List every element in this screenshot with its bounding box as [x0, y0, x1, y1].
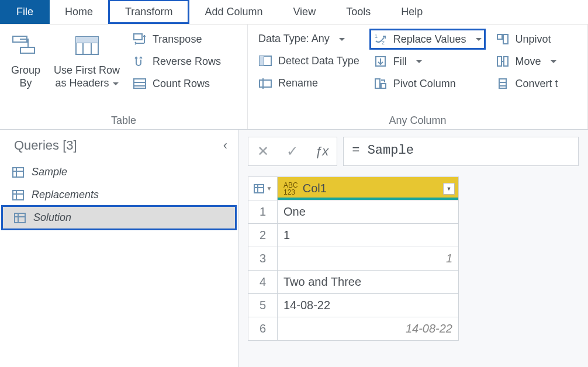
grid-corner[interactable]: ▼: [248, 177, 278, 200]
formula-bar: ✕ ✓ ƒx = Sample: [248, 137, 579, 166]
data-type-label: Data Type: Any: [258, 33, 330, 45]
convert-icon: [496, 77, 510, 90]
row-number[interactable]: 2: [248, 224, 278, 247]
fill-label: Fill: [393, 56, 407, 68]
unpivot-button[interactable]: Unpivot: [493, 30, 561, 48]
use-first-row-button[interactable]: Use First Row as Headers: [49, 27, 124, 89]
menu-bar: File Home Transform Add Column View Tool…: [0, 0, 588, 25]
ribbon-group-table: Group By Use First Row as Headers Transp…: [0, 25, 248, 129]
lower-pane: Queries [3] ‹ Sample Replacements Soluti…: [0, 130, 588, 367]
svg-rect-21: [381, 84, 386, 88]
use-first-row-label: Use First Row as Headers: [54, 62, 120, 89]
reverse-rows-label: Reverse Rows: [153, 56, 221, 68]
chevron-down-icon: ▼: [267, 185, 272, 192]
svg-rect-7: [134, 34, 142, 40]
menu-add-column[interactable]: Add Column: [189, 0, 278, 24]
row-number[interactable]: 4: [248, 271, 278, 294]
count-rows-button[interactable]: Count Rows: [130, 75, 223, 92]
svg-rect-20: [375, 79, 380, 88]
svg-text:1: 1: [375, 33, 378, 39]
cell[interactable]: 14-08-22: [278, 317, 459, 341]
collapse-queries-icon[interactable]: ‹: [223, 138, 227, 153]
row-number[interactable]: 5: [248, 294, 278, 317]
fx-icon: ƒx: [307, 144, 337, 159]
group-by-icon: [12, 30, 39, 62]
fill-button[interactable]: Fill: [371, 53, 484, 70]
formula-input[interactable]: = Sample: [343, 137, 579, 166]
replace-values-icon: 12: [373, 33, 388, 46]
commit-formula-button[interactable]: ✓: [278, 143, 307, 160]
column-filter-button[interactable]: ▼: [443, 183, 455, 195]
move-button[interactable]: Move: [493, 53, 561, 70]
query-item-sample[interactable]: Sample: [1, 161, 237, 183]
svg-rect-39: [254, 185, 264, 193]
count-rows-label: Count Rows: [153, 78, 210, 90]
cell[interactable]: One: [278, 200, 459, 224]
queries-list: Sample Replacements Solution: [0, 161, 238, 228]
transpose-icon: [133, 33, 147, 46]
group-by-button[interactable]: Group By: [5, 27, 47, 89]
pivot-column-icon: [373, 77, 388, 90]
query-item-solution[interactable]: Solution: [1, 205, 237, 230]
rename-button[interactable]: Rename: [256, 74, 362, 92]
cancel-formula-button[interactable]: ✕: [248, 143, 278, 160]
table-icon: [13, 212, 26, 224]
svg-rect-24: [497, 57, 501, 66]
svg-rect-6: [76, 37, 98, 43]
menu-view[interactable]: View: [278, 0, 331, 24]
pivot-column-label: Pivot Column: [393, 78, 456, 90]
ribbon-group-any-column: Data Type: Any Detect Data Type Rename: [248, 25, 588, 129]
svg-rect-14: [260, 80, 271, 87]
detect-data-type-icon: [258, 54, 272, 67]
cell[interactable]: 14-08-22: [278, 294, 459, 317]
data-type-button[interactable]: Data Type: Any: [256, 30, 362, 47]
rename-label: Rename: [278, 77, 318, 89]
convert-label: Convert t: [516, 78, 558, 90]
svg-rect-33: [13, 191, 23, 200]
query-item-replacements[interactable]: Replacements: [1, 184, 237, 206]
query-item-label: Replacements: [32, 189, 99, 201]
queries-title: Queries [3]: [14, 138, 77, 153]
svg-rect-13: [260, 56, 264, 65]
detect-data-type-button[interactable]: Detect Data Type: [256, 52, 362, 70]
svg-rect-27: [499, 79, 506, 88]
table-headers-icon: [74, 30, 101, 62]
table-icon: [254, 184, 264, 193]
ribbon: Group By Use First Row as Headers Transp…: [0, 25, 588, 130]
unpivot-label: Unpivot: [516, 33, 551, 46]
menu-tools[interactable]: Tools: [331, 0, 386, 24]
cell[interactable]: 1: [278, 247, 459, 271]
svg-rect-1: [20, 47, 34, 53]
svg-rect-25: [504, 57, 508, 66]
table-icon: [12, 167, 25, 178]
fill-icon: [373, 55, 388, 68]
reverse-rows-icon: [133, 55, 147, 68]
cell[interactable]: Two and Three: [278, 271, 459, 294]
menu-transform[interactable]: Transform: [108, 0, 189, 24]
pivot-column-button[interactable]: Pivot Column: [371, 75, 484, 92]
column-header-col1[interactable]: ABC123 Col1 ▼: [278, 177, 459, 200]
svg-rect-22: [497, 34, 502, 39]
transpose-button[interactable]: Transpose: [130, 30, 223, 48]
svg-rect-36: [15, 213, 25, 223]
convert-button[interactable]: Convert t: [493, 75, 561, 92]
row-number[interactable]: 1: [248, 200, 278, 224]
row-number[interactable]: 3: [248, 247, 278, 271]
move-label: Move: [516, 56, 541, 68]
ribbon-group-table-label: Table: [5, 113, 243, 129]
replace-values-button[interactable]: 12 Replace Values: [369, 29, 486, 50]
replace-values-label: Replace Values: [393, 33, 466, 46]
svg-rect-30: [13, 168, 23, 177]
transpose-label: Transpose: [153, 33, 202, 46]
column-header-label: Col1: [303, 182, 327, 195]
menu-home[interactable]: Home: [50, 0, 108, 24]
count-rows-icon: [133, 77, 147, 90]
cell[interactable]: 1: [278, 224, 459, 247]
menu-help[interactable]: Help: [386, 0, 438, 24]
reverse-rows-button[interactable]: Reverse Rows: [130, 53, 223, 70]
queries-panel: Queries [3] ‹ Sample Replacements Soluti…: [0, 130, 238, 367]
unpivot-icon: [496, 33, 510, 46]
row-number[interactable]: 6: [248, 317, 278, 341]
menu-file[interactable]: File: [0, 0, 50, 24]
query-item-label: Solution: [33, 212, 71, 224]
